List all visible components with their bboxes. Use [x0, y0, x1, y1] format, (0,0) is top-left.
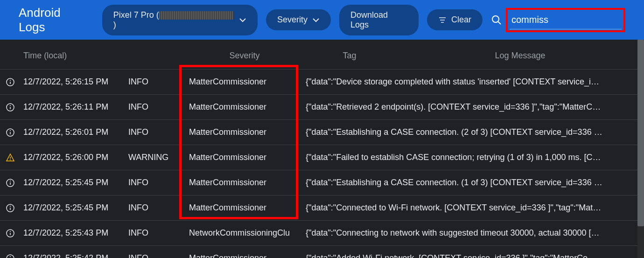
- column-header-severity[interactable]: Severity: [186, 51, 303, 61]
- info-icon: [0, 229, 21, 238]
- svg-point-3: [492, 16, 499, 22]
- message-cell: {"data":"Failed to establish CASE connec…: [303, 153, 644, 162]
- chevron-down-icon: [312, 16, 320, 24]
- time-cell: 12/7/2022, 5:26:01 PM: [21, 127, 126, 137]
- search-icon: [491, 14, 502, 26]
- table-row[interactable]: 12/7/2022, 5:25:45 PMINFOMatterCommissio…: [0, 170, 644, 195]
- column-header-time[interactable]: Time (local): [21, 51, 126, 61]
- table-row[interactable]: 12/7/2022, 5:26:01 PMINFOMatterCommissio…: [0, 120, 644, 145]
- time-cell: 12/7/2022, 5:26:00 PM: [21, 153, 126, 162]
- svg-point-13: [10, 130, 11, 131]
- svg-point-15: [10, 159, 11, 160]
- download-logs-button[interactable]: Download Logs: [339, 5, 419, 35]
- tag-cell: MatterCommissioner: [186, 253, 303, 258]
- column-header-message[interactable]: Log Message: [396, 51, 644, 61]
- info-icon: [0, 203, 21, 213]
- clear-icon: [438, 16, 447, 24]
- severity-cell: WARNING: [126, 153, 186, 162]
- info-icon: [0, 178, 21, 188]
- warning-icon: [0, 153, 21, 162]
- table-row[interactable]: 12/7/2022, 5:26:00 PMWARNINGMatterCommis…: [0, 145, 644, 170]
- header-bar: Android Logs Pixel 7 Pro () Severity Dow…: [0, 0, 644, 40]
- info-icon: [0, 254, 21, 258]
- severity-cell: INFO: [126, 102, 186, 112]
- device-id-obscured: [159, 11, 234, 20]
- svg-point-24: [10, 231, 11, 232]
- table-row[interactable]: 12/7/2022, 5:25:43 PMINFONetworkCommissi…: [0, 221, 644, 246]
- svg-line-4: [498, 21, 501, 24]
- page-title: Android Logs: [19, 6, 89, 35]
- device-selector[interactable]: Pixel 7 Pro (): [102, 5, 258, 35]
- time-cell: 12/7/2022, 5:25:42 PM: [21, 253, 126, 258]
- severity-filter-label: Severity: [277, 15, 308, 25]
- clear-button[interactable]: Clear: [427, 9, 483, 30]
- severity-cell: INFO: [126, 127, 186, 137]
- message-cell: {"data":"Establishing a CASE connection.…: [303, 127, 644, 137]
- tag-cell: MatterCommissioner: [186, 178, 303, 188]
- time-cell: 12/7/2022, 5:25:45 PM: [21, 203, 126, 213]
- table-row[interactable]: 12/7/2022, 5:25:45 PMINFOMatterCommissio…: [0, 195, 644, 221]
- tag-cell: MatterCommissioner: [186, 153, 303, 162]
- log-rows: 12/7/2022, 5:26:15 PMINFOMatterCommissio…: [0, 70, 644, 258]
- severity-cell: INFO: [126, 228, 186, 238]
- scrollbar[interactable]: [637, 40, 644, 258]
- severity-cell: INFO: [126, 253, 186, 258]
- tag-cell: MatterCommissioner: [186, 102, 303, 112]
- table-row[interactable]: 12/7/2022, 5:26:11 PMINFOMatterCommissio…: [0, 95, 644, 120]
- info-icon: [0, 128, 21, 137]
- time-cell: 12/7/2022, 5:26:15 PM: [21, 77, 126, 87]
- time-cell: 12/7/2022, 5:25:45 PM: [21, 178, 126, 188]
- message-cell: {"data":"Retrieved 2 endpoint(s). [CONTE…: [303, 102, 644, 112]
- info-icon: [0, 77, 21, 87]
- device-label: Pixel 7 Pro (): [113, 10, 234, 30]
- download-logs-label: Download Logs: [350, 10, 407, 30]
- svg-point-10: [10, 105, 11, 106]
- search-highlight-annotation: [506, 8, 625, 32]
- tag-cell: MatterCommissioner: [186, 77, 303, 87]
- table-row[interactable]: 12/7/2022, 5:26:15 PMINFOMatterCommissio…: [0, 70, 644, 95]
- tag-cell: MatterCommissioner: [186, 127, 303, 137]
- message-cell: {"data":"Connected to Wi-Fi network. [CO…: [303, 203, 644, 213]
- info-icon: [0, 103, 21, 112]
- svg-point-7: [10, 80, 11, 81]
- time-cell: 12/7/2022, 5:25:43 PM: [21, 228, 126, 238]
- clear-label: Clear: [451, 15, 471, 25]
- message-cell: {"data":"Establishing a CASE connection.…: [303, 178, 644, 188]
- table-row[interactable]: 12/7/2022, 5:25:42 PMINFOMatterCommissio…: [0, 246, 644, 258]
- scrollbar-thumb[interactable]: [637, 40, 644, 226]
- tag-cell: MatterCommissioner: [186, 203, 303, 213]
- svg-point-21: [10, 206, 11, 207]
- table-header: Time (local) Severity Tag Log Message: [0, 40, 644, 70]
- time-cell: 12/7/2022, 5:26:11 PM: [21, 102, 126, 112]
- message-cell: {"data":"Device storage completed with s…: [303, 77, 644, 87]
- svg-point-27: [10, 256, 11, 257]
- tag-cell: NetworkCommissioningClu: [186, 228, 303, 238]
- search-container: [491, 8, 625, 32]
- message-cell: {"data":"Connecting to network with sugg…: [303, 228, 644, 238]
- severity-cell: INFO: [126, 178, 186, 188]
- severity-filter[interactable]: Severity: [266, 9, 331, 30]
- svg-point-18: [10, 181, 11, 181]
- chevron-down-icon: [239, 16, 246, 24]
- column-header-tag[interactable]: Tag: [303, 51, 396, 61]
- message-cell: {"data":"Added Wi-Fi network. [CONTEXT s…: [303, 253, 644, 258]
- severity-cell: INFO: [126, 203, 186, 213]
- severity-cell: INFO: [126, 77, 186, 87]
- search-input[interactable]: [510, 11, 622, 29]
